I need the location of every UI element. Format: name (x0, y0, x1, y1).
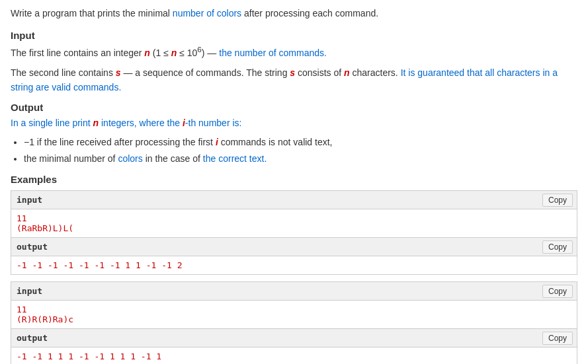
copy-input-1-button[interactable]: Copy (542, 194, 573, 207)
bullet-item-2: the minimal number of colors in the case… (24, 152, 577, 166)
example1-input-header: input Copy (11, 191, 577, 209)
example-block-1: input Copy 11 (RaRbR)L)L( output Copy -1… (11, 190, 577, 275)
copy-output-1-button[interactable]: Copy (542, 240, 573, 254)
output-bullets: −1 if the line received after processing… (24, 135, 577, 166)
copy-output-2-button[interactable]: Copy (542, 332, 573, 345)
examples-title: Examples (11, 174, 577, 185)
intro-highlight-colors: number of colors (173, 8, 241, 18)
example2-output-header: output Copy (11, 329, 577, 347)
example1-output-data: -1 -1 -1 -1 -1 -1 -1 1 1 -1 -1 2 (11, 256, 577, 274)
input-n-var: n (144, 48, 150, 58)
example2-input-data: 11 (R)R(R)Ra)c (11, 301, 577, 329)
example2-input-header: input Copy (11, 282, 577, 301)
input-section-title: Input (11, 30, 577, 41)
output-section-title: Output (11, 102, 577, 113)
example1-input-data: 11 (RaRbR)L)L( (11, 209, 577, 238)
example2-output-data: -1 -1 1 1 1 -1 -1 1 1 1 -1 1 (11, 347, 577, 364)
example1-output-header: output Copy (11, 238, 577, 256)
intro-paragraph: Write a program that prints the minimal … (11, 7, 577, 20)
copy-input-2-button[interactable]: Copy (542, 285, 573, 298)
input-line2: The second line contains s — a sequence … (11, 65, 577, 95)
input-line1: The first line contains an integer n (1 … (11, 44, 577, 60)
output-line1: In a single line print n integers, where… (11, 116, 577, 130)
bullet-item-1: −1 if the line received after processing… (24, 135, 577, 149)
example-block-2: input Copy 11 (R)R(R)Ra)c output Copy -1… (11, 281, 577, 364)
